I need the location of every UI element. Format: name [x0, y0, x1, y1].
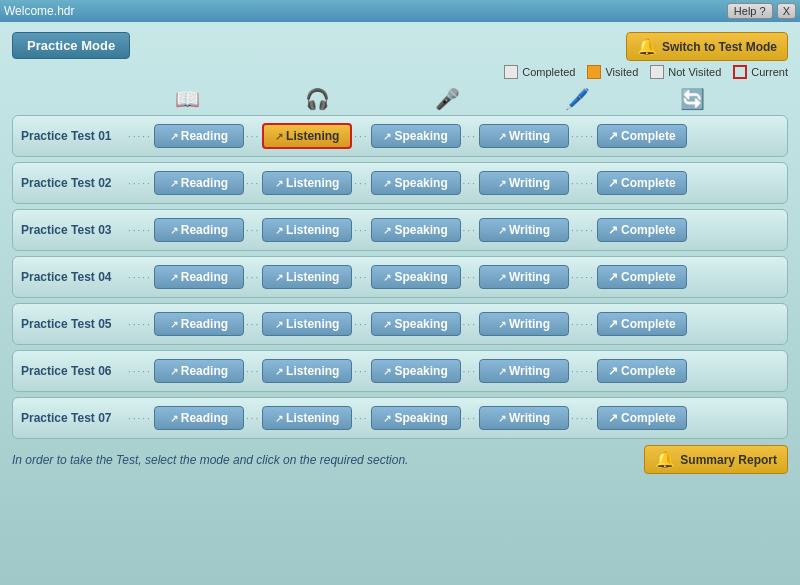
complete-button[interactable]: ↗Complete: [597, 406, 687, 430]
summary-report-button[interactable]: 🔔 Summary Report: [644, 445, 788, 474]
step-button-listening[interactable]: ↗Listening: [262, 218, 352, 242]
step-connector-end: ·····: [569, 131, 597, 142]
step-button-reading[interactable]: ↗Reading: [154, 218, 244, 242]
step-arrow-icon: ↗: [383, 131, 391, 142]
step-button-listening[interactable]: ↗Listening: [262, 265, 352, 289]
help-button[interactable]: Help ?: [727, 3, 773, 19]
step-connector-end: ·····: [569, 413, 597, 424]
step-connector-start: ·····: [126, 178, 154, 189]
switch-test-mode-button[interactable]: 🔔 Switch to Test Mode: [626, 32, 788, 61]
complete-label: Complete: [621, 270, 676, 284]
step-label: Writing: [509, 129, 550, 143]
row-steps: ·····↗Reading···↗Listening···↗Speaking··…: [126, 265, 779, 289]
step-button-speaking[interactable]: ↗Speaking: [371, 265, 461, 289]
step-arrow-icon: ↗: [170, 319, 178, 330]
step-arrow-icon: ↗: [383, 319, 391, 330]
step-connector: ···: [352, 225, 370, 236]
complete-button[interactable]: ↗Complete: [597, 171, 687, 195]
step-button-speaking[interactable]: ↗Speaking: [371, 312, 461, 336]
complete-button[interactable]: ↗Complete: [597, 359, 687, 383]
step-button-listening[interactable]: ↗Listening: [262, 171, 352, 195]
row-label: Practice Test 06: [21, 364, 126, 378]
title-bar: Welcome.hdr Help ? X: [0, 0, 800, 22]
step-arrow-icon: ↗: [498, 131, 506, 142]
step-arrow-icon: ↗: [275, 366, 283, 377]
step-button-writing[interactable]: ↗Writing: [479, 359, 569, 383]
step-button-speaking[interactable]: ↗Speaking: [371, 359, 461, 383]
step-arrow-icon: ↗: [170, 366, 178, 377]
col-header-speaking: 🎤: [382, 87, 512, 111]
step-label: Reading: [181, 176, 228, 190]
step-connector: ···: [352, 319, 370, 330]
step-button-speaking[interactable]: ↗Speaking: [371, 218, 461, 242]
legend-completed-label: Completed: [522, 66, 575, 78]
step-arrow-icon: ↗: [498, 413, 506, 424]
complete-button[interactable]: ↗Complete: [597, 312, 687, 336]
complete-button[interactable]: ↗Complete: [597, 218, 687, 242]
step-button-reading[interactable]: ↗Reading: [154, 171, 244, 195]
step-button-reading[interactable]: ↗Reading: [154, 265, 244, 289]
step-button-writing[interactable]: ↗Writing: [479, 312, 569, 336]
step-button-reading[interactable]: ↗Reading: [154, 359, 244, 383]
test-row: Practice Test 02·····↗Reading···↗Listeni…: [12, 162, 788, 204]
step-arrow-icon: ↗: [275, 131, 283, 142]
legend-current: Current: [733, 65, 788, 79]
step-label: Listening: [286, 176, 339, 190]
row-label: Practice Test 04: [21, 270, 126, 284]
complete-label: Complete: [621, 364, 676, 378]
col-header-complete: 🔄: [642, 87, 742, 111]
complete-button[interactable]: ↗Complete: [597, 124, 687, 148]
step-label: Reading: [181, 317, 228, 331]
row-steps: ·····↗Reading···↗Listening···↗Speaking··…: [126, 171, 779, 195]
step-connector-start: ·····: [126, 413, 154, 424]
summary-btn-label: Summary Report: [680, 453, 777, 467]
title-bar-controls: Help ? X: [727, 3, 796, 19]
step-button-listening[interactable]: ↗Listening: [262, 123, 352, 149]
main-content: Practice Mode 🔔 Switch to Test Mode Comp…: [0, 22, 800, 585]
step-arrow-icon: ↗: [275, 413, 283, 424]
row-label: Practice Test 05: [21, 317, 126, 331]
step-label: Listening: [286, 317, 339, 331]
step-button-reading[interactable]: ↗Reading: [154, 124, 244, 148]
step-arrow-icon: ↗: [275, 178, 283, 189]
step-button-writing[interactable]: ↗Writing: [479, 265, 569, 289]
step-button-listening[interactable]: ↗Listening: [262, 406, 352, 430]
step-label: Speaking: [394, 129, 447, 143]
row-steps: ·····↗Reading···↗Listening···↗Speaking··…: [126, 312, 779, 336]
step-button-listening[interactable]: ↗Listening: [262, 359, 352, 383]
step-button-speaking[interactable]: ↗Speaking: [371, 171, 461, 195]
step-button-writing[interactable]: ↗Writing: [479, 218, 569, 242]
row-label: Practice Test 07: [21, 411, 126, 425]
col-header-writing: 🖊️: [512, 87, 642, 111]
step-arrow-icon: ↗: [170, 178, 178, 189]
step-label: Reading: [181, 129, 228, 143]
step-arrow-icon: ↗: [498, 272, 506, 283]
legend-visited: Visited: [587, 65, 638, 79]
step-arrow-icon: ↗: [275, 225, 283, 236]
step-arrow-icon: ↗: [170, 413, 178, 424]
step-button-speaking[interactable]: ↗Speaking: [371, 124, 461, 148]
close-button[interactable]: X: [777, 3, 796, 19]
step-button-reading[interactable]: ↗Reading: [154, 406, 244, 430]
step-button-writing[interactable]: ↗Writing: [479, 406, 569, 430]
legend: Completed Visited Not Visited Current: [504, 65, 788, 79]
row-steps: ·····↗Reading···↗Listening···↗Speaking··…: [126, 218, 779, 242]
step-label: Speaking: [394, 411, 447, 425]
title-bar-text: Welcome.hdr: [4, 4, 74, 18]
step-button-writing[interactable]: ↗Writing: [479, 124, 569, 148]
row-label: Practice Test 01: [21, 129, 126, 143]
step-label: Listening: [286, 411, 339, 425]
step-button-reading[interactable]: ↗Reading: [154, 312, 244, 336]
step-arrow-icon: ↗: [170, 272, 178, 283]
step-button-listening[interactable]: ↗Listening: [262, 312, 352, 336]
step-connector-start: ·····: [126, 272, 154, 283]
step-button-speaking[interactable]: ↗Speaking: [371, 406, 461, 430]
legend-current-label: Current: [751, 66, 788, 78]
step-label: Reading: [181, 223, 228, 237]
complete-label: Complete: [621, 129, 676, 143]
step-arrow-icon: ↗: [498, 178, 506, 189]
step-button-writing[interactable]: ↗Writing: [479, 171, 569, 195]
complete-button[interactable]: ↗Complete: [597, 265, 687, 289]
step-connector-end: ·····: [569, 272, 597, 283]
row-label: Practice Test 03: [21, 223, 126, 237]
